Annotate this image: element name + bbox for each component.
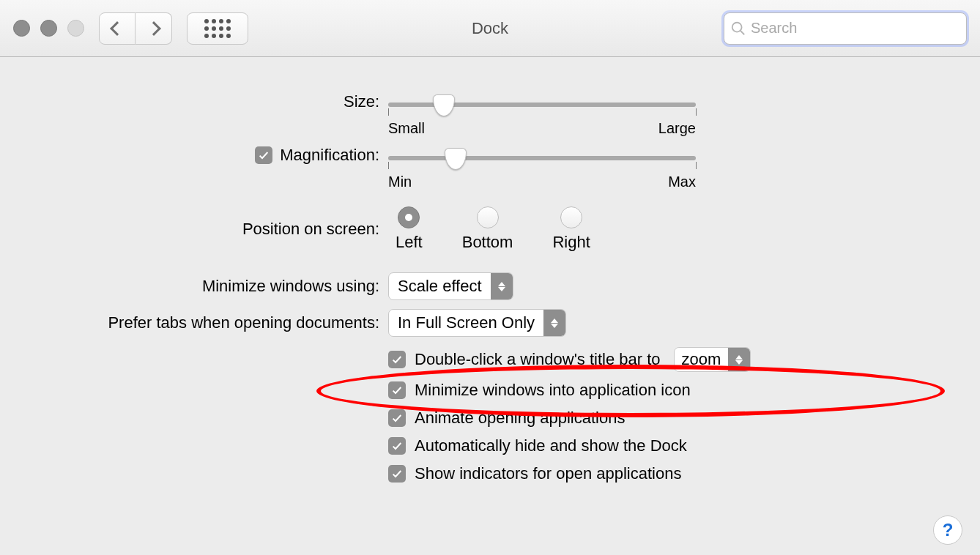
toolbar: Dock bbox=[0, 0, 980, 57]
magnification-max-label: Max bbox=[668, 174, 696, 190]
animate-opening-row: Animate opening applications bbox=[388, 409, 980, 428]
double-click-value: zoom bbox=[675, 350, 729, 369]
check-icon bbox=[391, 384, 403, 396]
chevron-left-icon bbox=[110, 21, 125, 36]
magnification-min-label: Min bbox=[388, 174, 412, 190]
prefer-tabs-row: Prefer tabs when opening documents: In F… bbox=[0, 309, 980, 337]
preferences-content: Size: Small Large Magnification: bbox=[0, 57, 980, 555]
minimize-into-icon-label: Minimize windows into application icon bbox=[415, 381, 691, 400]
prefer-tabs-label: Prefer tabs when opening documents: bbox=[108, 313, 379, 332]
check-icon bbox=[391, 412, 403, 424]
options-list: Double-click a window's title bar to zoo… bbox=[0, 347, 980, 483]
zoom-window-button[interactable] bbox=[67, 20, 84, 37]
check-icon bbox=[391, 468, 403, 480]
updown-arrows-icon bbox=[543, 310, 565, 336]
minimize-window-button[interactable] bbox=[40, 20, 57, 37]
double-click-select[interactable]: zoom bbox=[674, 347, 751, 372]
minimize-into-icon-checkbox[interactable] bbox=[388, 381, 406, 399]
minimize-into-icon-row: Minimize windows into application icon bbox=[388, 381, 980, 400]
animate-opening-label: Animate opening applications bbox=[415, 409, 625, 428]
updown-arrows-icon bbox=[491, 273, 513, 299]
double-click-checkbox[interactable] bbox=[388, 351, 406, 368]
chevron-right-icon bbox=[146, 21, 161, 36]
position-radio-left[interactable] bbox=[398, 206, 420, 228]
help-button[interactable]: ? bbox=[933, 515, 962, 545]
help-icon: ? bbox=[943, 520, 954, 540]
prefer-tabs-value: In Full Screen Only bbox=[389, 313, 543, 332]
position-label: Position on screen: bbox=[242, 220, 379, 239]
size-label: Size: bbox=[344, 92, 379, 111]
size-row: Size: Small Large bbox=[0, 92, 980, 137]
grid-icon bbox=[204, 19, 231, 38]
check-icon bbox=[391, 354, 403, 365]
show-all-button[interactable] bbox=[187, 12, 248, 45]
search-input[interactable] bbox=[746, 20, 960, 37]
nav-group bbox=[99, 12, 172, 45]
magnification-label: Magnification: bbox=[280, 146, 379, 165]
show-indicators-row: Show indicators for open applications bbox=[388, 464, 980, 483]
window-title: Dock bbox=[472, 19, 508, 38]
svg-line-1 bbox=[740, 30, 745, 34]
search-field-wrap[interactable] bbox=[724, 12, 967, 45]
animate-opening-checkbox[interactable] bbox=[388, 409, 406, 427]
svg-point-0 bbox=[732, 22, 742, 31]
position-radio-bottom-label: Bottom bbox=[462, 233, 513, 252]
position-radio-group: Left Bottom Right bbox=[396, 206, 590, 252]
minimize-using-select[interactable]: Scale effect bbox=[388, 272, 513, 300]
position-radio-right[interactable] bbox=[560, 206, 582, 228]
double-click-label: Double-click a window's title bar to bbox=[415, 350, 661, 369]
magnification-slider[interactable]: Min Max bbox=[388, 146, 696, 190]
updown-arrows-icon bbox=[728, 348, 750, 371]
position-row: Position on screen: Left Bottom Right bbox=[0, 206, 980, 252]
minimize-using-row: Minimize windows using: Scale effect bbox=[0, 272, 980, 300]
forward-button[interactable] bbox=[136, 12, 172, 45]
position-radio-bottom[interactable] bbox=[477, 206, 499, 228]
search-icon bbox=[730, 21, 746, 37]
magnification-checkbox[interactable] bbox=[255, 146, 272, 164]
close-window-button[interactable] bbox=[13, 20, 30, 37]
auto-hide-dock-row: Automatically hide and show the Dock bbox=[388, 436, 980, 455]
check-icon bbox=[258, 149, 270, 161]
minimize-using-label: Minimize windows using: bbox=[202, 277, 379, 296]
size-slider-thumb[interactable] bbox=[433, 94, 455, 116]
window-controls bbox=[13, 20, 84, 37]
size-max-label: Large bbox=[658, 120, 696, 137]
position-radio-right-label: Right bbox=[552, 233, 590, 252]
size-min-label: Small bbox=[388, 120, 425, 137]
minimize-using-value: Scale effect bbox=[389, 277, 491, 296]
magnification-row: Magnification: Min Max bbox=[0, 146, 980, 190]
position-radio-left-label: Left bbox=[396, 233, 423, 252]
auto-hide-dock-checkbox[interactable] bbox=[388, 437, 406, 455]
show-indicators-label: Show indicators for open applications bbox=[415, 464, 681, 483]
magnification-slider-thumb[interactable] bbox=[445, 148, 467, 170]
double-click-row: Double-click a window's title bar to zoo… bbox=[388, 347, 980, 372]
back-button[interactable] bbox=[99, 12, 136, 45]
check-icon bbox=[391, 440, 403, 452]
show-indicators-checkbox[interactable] bbox=[388, 465, 406, 483]
auto-hide-dock-label: Automatically hide and show the Dock bbox=[415, 436, 687, 455]
size-slider[interactable]: Small Large bbox=[388, 92, 696, 137]
prefer-tabs-select[interactable]: In Full Screen Only bbox=[388, 309, 566, 337]
